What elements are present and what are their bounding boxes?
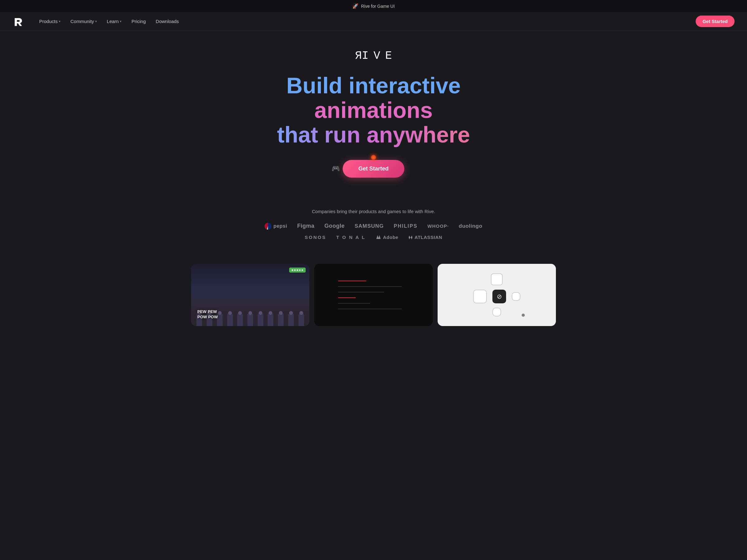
logo-adobe: Adobe (376, 235, 398, 240)
chevron-down-icon: ▾ (59, 20, 60, 23)
nav-logo[interactable] (12, 16, 24, 27)
navbar: Products ▾ Community ▾ Learn ▾ Pricing D… (0, 12, 747, 31)
ui-top-icon: ⊡ (491, 273, 503, 285)
logo-sonos: SONOS (305, 235, 326, 240)
companies-section: Companies bring their products and games… (0, 206, 747, 258)
chevron-down-icon: ▾ (95, 20, 97, 23)
companies-tagline: Companies bring their products and games… (12, 209, 735, 214)
logo-atlassian: ATLASSIAN (408, 235, 442, 240)
crowd-figure (237, 314, 243, 326)
crowd-figure (227, 314, 233, 326)
nav-learn[interactable]: Learn ▾ (102, 16, 126, 26)
editor-line (338, 286, 402, 287)
nav-pricing[interactable]: Pricing (127, 16, 150, 26)
hero-section: RIVE Build interactive animations that r… (0, 31, 747, 206)
editor-line (338, 281, 366, 281)
companies-row-1: pepsi Figma Google SAMSUNG PHILIPS WHOOP… (12, 223, 735, 230)
game-status-bar: ■ ■ ■ ■ ■ (289, 268, 306, 272)
crowd-figure (258, 314, 263, 326)
logo-pepsi: pepsi (264, 223, 287, 230)
crowd-figure (299, 314, 304, 326)
ui-icon-box-active: ⊘ (492, 290, 506, 303)
hero-logo: RIVE (350, 50, 397, 62)
nav-products[interactable]: Products ▾ (35, 16, 65, 26)
logo-tonal: T O N A L (336, 235, 365, 240)
logo-duolingo: duolingo (459, 223, 483, 229)
preview-card-ui: ⊡ □ ⊘ · □ (438, 264, 556, 326)
preview-card-editor (314, 264, 433, 326)
crowd-figure (278, 314, 284, 326)
cta-decor-dot (371, 155, 376, 160)
preview-section: ■ ■ ■ ■ ■ PEW PEWPOW POW (0, 258, 747, 326)
nav-community[interactable]: Community ▾ (66, 16, 101, 26)
ui-scene: ⊡ □ ⊘ · □ (438, 264, 556, 326)
cta-left-icon: 🎮 (332, 165, 340, 173)
editor-scene (314, 264, 433, 326)
nav-links: Products ▾ Community ▾ Learn ▾ Pricing D… (35, 16, 696, 26)
crowd-figure (268, 314, 273, 326)
editor-line (338, 303, 370, 304)
logo-google: Google (324, 223, 344, 229)
banner-text: Rive for Game UI (361, 4, 395, 9)
editor-line (338, 309, 402, 309)
rocket-icon: 🚀 (352, 3, 359, 9)
ui-icon-box: □ (492, 308, 501, 316)
chevron-down-icon: ▾ (120, 20, 121, 23)
crowd-figure (288, 314, 294, 326)
top-banner[interactable]: 🚀 Rive for Game UI (0, 0, 747, 12)
pepsi-circle-icon (264, 223, 272, 230)
nav-downloads[interactable]: Downloads (151, 16, 183, 26)
preview-card-game: ■ ■ ■ ■ ■ PEW PEWPOW POW (191, 264, 309, 326)
hero-headline: Build interactive animations that run an… (233, 74, 514, 148)
editor-lines (338, 281, 409, 309)
cta-decor (367, 151, 380, 164)
rive-r-char: R (350, 50, 362, 62)
ui-icon-row: □ ⊘ · (473, 290, 520, 303)
editor-line (338, 297, 356, 298)
ui-icon-box: □ (473, 290, 487, 303)
game-text: PEW PEWPOW POW (197, 309, 218, 320)
logo-philips: PHILIPS (394, 223, 417, 229)
hero-cta-container: 🎮 Get Started (343, 160, 404, 178)
nav-get-started-button[interactable]: Get Started (696, 16, 735, 27)
cursor-indicator (522, 314, 525, 317)
logo-whoop: WHOOP· (427, 223, 449, 229)
editor-line (338, 292, 384, 292)
logo-samsung: SAMSUNG (355, 223, 384, 229)
ui-icon-box-small: · (512, 292, 520, 301)
logo-figma: Figma (297, 223, 315, 229)
game-scene: ■ ■ ■ ■ ■ PEW PEWPOW POW (191, 264, 309, 326)
crowd-figure (248, 314, 253, 326)
ui-icon-row-bottom: □ (492, 308, 501, 316)
companies-row-2: SONOS T O N A L Adobe ATLASSIAN (12, 235, 735, 240)
